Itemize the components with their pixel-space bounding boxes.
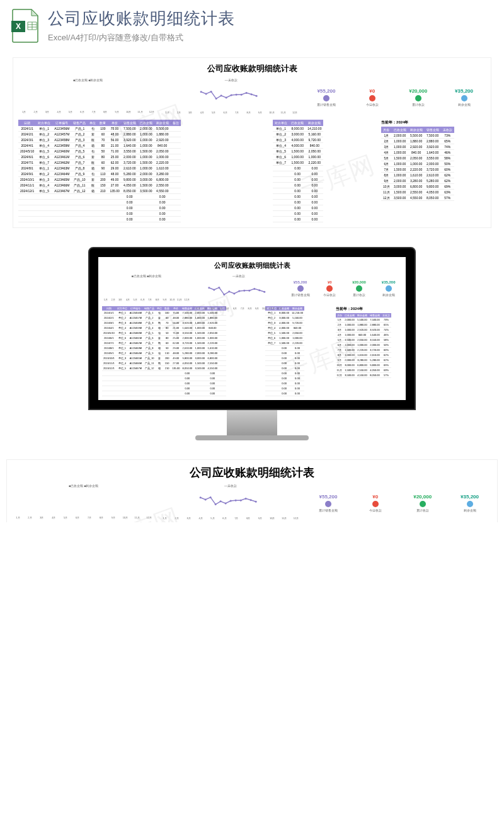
line-chart: —未收款 1月2月3月4月5月6月7月8月9月10月11月12月 [161,78,301,116]
svg-point-19 [251,93,253,95]
table-row: 10月3,000.006,800.009,800.0069% [381,184,454,190]
table-row: 2024/8/1单位_1A123463M产品_8箱9029.002,610.00… [102,346,226,351]
table-row: 2024/5/10单位_5A123460M产品_5包5071.003,550.0… [102,331,226,336]
table-row: 0.000.00 [273,166,323,171]
kpi-card: ¥35,200 剩余金额 [447,494,492,512]
table-row: 单位_34,000.009,720.00 [265,321,304,326]
bar-chart: ■已收金额 ■剩余金额 1月2月3月4月5月6月7月8月9月10月11月12月 [102,274,191,302]
table-row: 2024/10/1单位_3A123465M产品_10套20049.009,800… [18,177,181,183]
table-row: 2024/7/1单位_7A123462M产品_7瓶6062.003,720.00… [102,341,226,346]
table-row: 5月1,500.002,050.003,550.0058% [336,338,391,343]
table-row: 2024/9/1单位_2A123464M产品_9包11048.005,280.0… [18,171,181,177]
kpi-label: 累计收款 [396,103,440,106]
kpi-row: ¥55,200 累计销售金额 ¥0 今日收款 ¥20,000 累计收款 ¥35,… [306,484,492,522]
data-table: 月份已收金额剩余金额销售金额未收款1月2,000.005,500.007,500… [336,313,391,378]
kpi-value: ¥55,200 [306,494,351,500]
kpi-icon [420,501,426,507]
table-row: 4月1,000.00840.001,640.0046% [381,150,454,156]
kpi-label: 今日收款 [316,293,343,297]
svg-point-32 [263,291,265,293]
sheet-preview-partial: 千库网 千库网 公司应收账款明细统计表 ■已收金额 ■剩余金额 1月2月3月4月… [0,459,504,522]
kpi-label: 剩余金额 [447,508,492,512]
kpi-card: ¥20,000 累计收款 [346,280,373,297]
sheet-title: 公司应收账款明细统计表 [102,261,402,270]
table-row: 9月2,000.003,280.005,280.0062% [381,178,454,184]
kpi-card: ¥35,200 剩余金额 [375,280,402,297]
table-row: 单位_23,000.005,160.00 [273,132,323,137]
svg-point-23 [218,287,220,289]
svg-point-28 [243,290,245,292]
svg-point-9 [200,91,202,93]
kpi-label: 累计收款 [346,293,373,297]
kpi-card: ¥55,200 累计销售金额 [287,280,314,297]
svg-point-20 [256,95,258,97]
table-row: 2024/10/1单位_3A123465M产品_10套20049.009,800… [102,356,226,361]
table-row: 0.000.00 [273,183,323,188]
table-row: 0.000.00 [273,188,323,194]
svg-point-16 [236,94,238,96]
kpi-label: 剩余金额 [442,103,486,106]
kpi-value: ¥35,200 [442,88,486,94]
kpi-card: ¥55,200 累计销售金额 [304,88,348,106]
line-chart: —未收款 1月2月3月4月5月6月7月8月9月10月11月12月 [159,484,302,522]
table-row: 2024/5/10单位_5A123460M产品_5包5071.003,550.0… [18,149,181,154]
svg-point-24 [223,294,225,295]
table-row: 0.000.00 [102,386,226,391]
svg-point-31 [258,289,260,291]
table-row: 6月1,000.001,000.002,000.0050% [381,161,454,167]
table-row: 2024/7/1单位_7A123462M产品_7瓶6062.003,720.00… [18,160,181,166]
svg-point-18 [246,92,248,94]
sheet-preview-monitor: 千库网 千库网 公司应收账款明细统计表 ■已收金额 ■剩余金额 1月2月3月4月… [98,257,406,400]
kpi-icon [415,95,421,101]
monitor-mockup: 千库网 千库网 公司应收账款明细统计表 ■已收金额 ■剩余金额 1月2月3月4月… [88,247,416,440]
table-row: 单位_44,000.00840.00 [273,143,323,149]
excel-file-icon: X [10,8,40,43]
svg-point-38 [225,503,227,505]
svg-point-14 [226,97,227,99]
table-row: 0.000.00 [18,194,181,200]
svg-point-30 [253,288,255,290]
kpi-value: ¥0 [316,280,343,284]
sheet-title: 公司应收账款明细统计表 [12,465,492,480]
page-subtitle: Excel/A4打印/内容随意修改/自带格式 [48,32,494,43]
table-row: 单位_34,000.009,720.00 [273,137,323,143]
kpi-value: ¥35,200 [447,494,492,500]
table-row: 1月2,000.005,500.007,500.0073% [336,318,391,323]
kpi-icon [323,95,329,101]
kpi-value: ¥20,000 [346,280,373,284]
kpi-row: ¥55,200 累计销售金额 ¥0 今日收款 ¥20,000 累计收款 ¥35,… [304,78,486,116]
kpi-label: 累计收款 [400,508,445,512]
svg-point-35 [210,496,212,498]
svg-point-33 [200,496,202,498]
kpi-card: ¥0 今日收款 [350,88,394,106]
table-row: 0.000.00 [265,381,304,386]
table-row: 6月1,000.001,000.002,000.0050% [336,343,391,348]
table-row: 7月1,500.002,220.003,720.0060% [336,348,391,353]
table-row: 2024/9/1单位_2A123464M产品_9包11048.005,280.0… [102,351,226,356]
kpi-label: 剩余金额 [375,293,402,297]
kpi-value: ¥35,200 [375,280,402,284]
table-row: 0.000.00 [265,371,304,376]
kpi-icon [325,501,331,507]
table-row: 2024/1/1单位_1A123456M产品_1包10075.007,500.0… [18,126,181,132]
table-row: 2024/3/1单位_3A123458M产品_3瓶7056.003,920.00… [18,137,181,143]
table-row: 单位_51,500.002,050.00 [273,149,323,154]
data-table: 日期对方单位订单编号销售产品单位数量单价销售金额已收金额剩余金额备注2024/1… [102,306,226,396]
page-header: X 公司应收账款明细统计表 Excel/A4打印/内容随意修改/自带格式 [0,0,504,51]
table-row: 2024/2/1单位_2A123457M产品_2套6048.002,880.00… [102,316,226,321]
kpi-value: ¥55,200 [287,280,314,284]
table-row: 2月1,000.001,880.002,880.0065% [336,323,391,328]
table-row: 2024/2/1单位_2A123457M产品_2套6048.002,880.00… [18,132,181,137]
kpi-card: ¥20,000 累计收款 [396,88,440,106]
kpi-icon [386,285,392,292]
table-row: 0.000.00 [273,177,323,183]
svg-point-43 [250,499,252,501]
svg-point-22 [213,289,215,291]
kpi-icon [461,95,467,101]
table-row: 0.000.00 [102,371,226,376]
kpi-icon [369,95,375,101]
table-row: 0.000.00 [102,381,226,386]
table-row: 3月1,000.002,920.003,920.0074% [336,328,391,333]
table-row: 10月3,000.006,800.009,800.0069% [336,363,391,368]
kpi-icon [326,285,333,292]
